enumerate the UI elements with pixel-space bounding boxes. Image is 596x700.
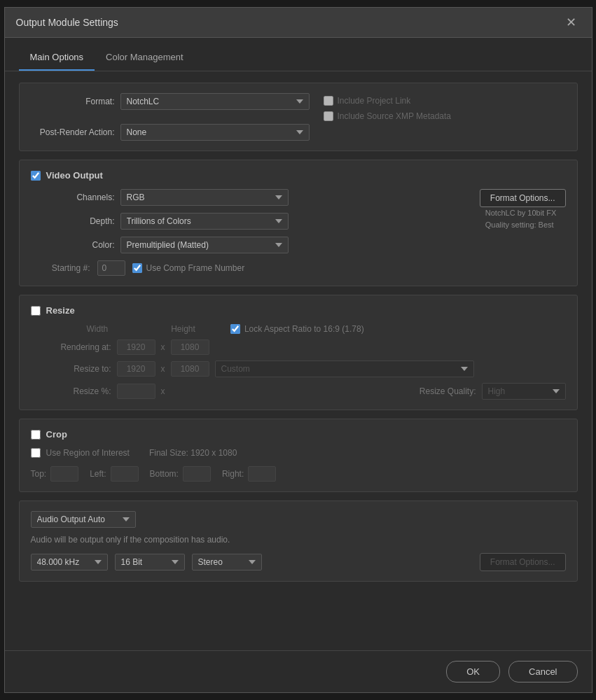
use-comp-frame-label: Use Comp Frame Number bbox=[146, 263, 245, 273]
crop-header: Crop bbox=[31, 429, 566, 440]
crop-section: Crop Use Region of Interest Final Size: … bbox=[19, 419, 578, 492]
audio-stereo-select[interactable]: Stereo bbox=[192, 554, 262, 570]
post-render-label: Post-Render Action: bbox=[31, 127, 115, 137]
depth-select[interactable]: Trillions of Colors bbox=[120, 213, 289, 230]
video-output-label: Video Output bbox=[46, 170, 103, 181]
post-render-select[interactable]: None bbox=[120, 124, 310, 141]
resize-quality-row: Resize Quality: High bbox=[377, 383, 566, 400]
resize-percent-label: Resize %: bbox=[52, 386, 111, 396]
close-button[interactable]: ✕ bbox=[562, 15, 581, 30]
starting-label: Starting #: bbox=[31, 263, 90, 273]
output-module-settings-dialog: Output Module Settings ✕ Main Options Co… bbox=[4, 7, 592, 693]
color-row: Color: Premultiplied (Matted) bbox=[31, 237, 452, 253]
rendering-x-sep: x bbox=[161, 342, 165, 352]
format-options-button[interactable]: Format Options... bbox=[480, 189, 566, 207]
rendering-at-label: Rendering at: bbox=[52, 342, 111, 352]
format-label: Format: bbox=[31, 97, 115, 106]
post-render-row: Post-Render Action: None bbox=[31, 124, 310, 141]
rendering-height-input bbox=[171, 340, 209, 355]
rendering-width-input bbox=[117, 340, 155, 355]
video-output-header: Video Output bbox=[31, 170, 566, 181]
tab-main-options[interactable]: Main Options bbox=[19, 46, 95, 71]
resize-to-width-input bbox=[117, 361, 155, 377]
depth-label: Depth: bbox=[31, 216, 115, 226]
resize-preset-select: Custom bbox=[215, 360, 474, 377]
audio-header-row: Audio Output Auto bbox=[31, 511, 566, 528]
audio-output-select[interactable]: Audio Output Auto bbox=[31, 511, 136, 528]
crop-checkbox[interactable] bbox=[31, 430, 41, 440]
dialog-title: Output Module Settings bbox=[16, 17, 118, 28]
use-region-checkbox[interactable] bbox=[31, 448, 41, 458]
resize-to-x-sep: x bbox=[161, 364, 165, 374]
final-size-label: Final Size: 1920 x 1080 bbox=[149, 448, 237, 458]
color-select[interactable]: Premultiplied (Matted) bbox=[120, 237, 289, 253]
starting-row: Starting #: 0 Use Comp Frame Number bbox=[31, 260, 452, 276]
channels-label: Channels: bbox=[31, 192, 115, 202]
left-coord-group: Left: bbox=[90, 466, 138, 482]
audio-note: Audio will be output only if the composi… bbox=[31, 535, 566, 545]
right-coord-group: Right: bbox=[222, 466, 276, 482]
resize-section: Resize Width Height Lock Aspect Ratio to… bbox=[19, 295, 578, 410]
notchlc-info: NotchLC by 10bit FX Quality setting: Bes… bbox=[485, 207, 557, 230]
include-project-link-row: Include Project Link bbox=[324, 96, 566, 106]
crop-coords: Top: Left: Bottom: Right: bbox=[31, 466, 566, 482]
ok-button[interactable]: OK bbox=[446, 661, 500, 682]
audio-khz-select[interactable]: 48.000 kHz bbox=[31, 554, 108, 570]
right-label: Right: bbox=[222, 469, 244, 479]
include-project-link-checkbox[interactable] bbox=[324, 96, 333, 106]
lock-aspect-checkbox[interactable] bbox=[230, 324, 240, 334]
starting-input[interactable]: 0 bbox=[97, 260, 125, 276]
left-label: Left: bbox=[90, 469, 106, 479]
resize-percent-x-sep: x bbox=[161, 386, 165, 396]
video-output-right-col: Format Options... NotchLC by 10bit FX Qu… bbox=[480, 189, 566, 230]
notchlc-info-line2: Quality setting: Best bbox=[485, 219, 557, 231]
resize-percent-x-input bbox=[117, 384, 155, 399]
resize-checkbox[interactable] bbox=[31, 306, 41, 316]
right-input bbox=[248, 466, 276, 482]
use-comp-row: Use Comp Frame Number bbox=[132, 263, 245, 273]
top-input bbox=[50, 466, 78, 482]
video-output-checkbox[interactable] bbox=[31, 171, 41, 181]
color-label: Color: bbox=[31, 240, 115, 250]
format-left-col: Format: NotchLC Post-Render Action: None bbox=[31, 93, 310, 141]
channels-select[interactable]: RGB bbox=[120, 189, 289, 206]
lock-aspect-label: Lock Aspect Ratio to 16:9 (1.78) bbox=[244, 324, 364, 334]
format-section: Format: NotchLC Post-Render Action: None bbox=[19, 83, 578, 151]
bottom-label: Bottom: bbox=[150, 469, 179, 479]
resize-to-height-input bbox=[171, 361, 209, 377]
footer: OK Cancel bbox=[5, 650, 592, 692]
title-bar: Output Module Settings ✕ bbox=[5, 8, 592, 38]
top-label: Top: bbox=[31, 469, 47, 479]
format-row: Format: NotchLC bbox=[31, 93, 310, 110]
include-source-xmp-checkbox[interactable] bbox=[324, 111, 333, 121]
audio-bit-select[interactable]: 16 Bit bbox=[115, 554, 185, 570]
resize-header: Resize bbox=[31, 305, 566, 316]
main-content: Format: NotchLC Post-Render Action: None bbox=[5, 71, 592, 650]
height-col-label: Height bbox=[171, 324, 195, 334]
audio-controls-row: 48.000 kHz 16 Bit Stereo Format Options.… bbox=[31, 553, 566, 571]
use-comp-frame-checkbox[interactable] bbox=[132, 263, 142, 273]
format-select[interactable]: NotchLC bbox=[120, 93, 310, 110]
include-project-link-label: Include Project Link bbox=[338, 96, 411, 106]
left-input bbox=[111, 466, 139, 482]
cancel-button[interactable]: Cancel bbox=[508, 661, 577, 682]
include-source-xmp-row: Include Source XMP Metadata bbox=[324, 111, 566, 121]
resize-label: Resize bbox=[46, 305, 75, 316]
channels-row: Channels: RGB bbox=[31, 189, 452, 206]
resize-quality-label: Resize Quality: bbox=[420, 386, 476, 396]
video-output-section: Video Output Channels: RGB Depth: Trilli… bbox=[19, 160, 578, 286]
audio-section: Audio Output Auto Audio will be output o… bbox=[19, 500, 578, 582]
bottom-input bbox=[183, 466, 211, 482]
include-source-xmp-label: Include Source XMP Metadata bbox=[338, 111, 452, 121]
use-region-row: Use Region of Interest Final Size: 1920 … bbox=[31, 448, 566, 458]
tab-bar: Main Options Color Management bbox=[5, 38, 592, 71]
format-right-col: Include Project Link Include Source XMP … bbox=[324, 96, 566, 141]
depth-row: Depth: Trillions of Colors bbox=[31, 213, 452, 230]
resize-quality-select: High bbox=[482, 383, 566, 400]
top-coord-group: Top: bbox=[31, 466, 79, 482]
width-col-label: Width bbox=[87, 324, 109, 334]
notchlc-info-line1: NotchLC by 10bit FX bbox=[485, 207, 557, 219]
tab-color-management[interactable]: Color Management bbox=[95, 46, 195, 71]
crop-label: Crop bbox=[46, 429, 67, 440]
bottom-coord-group: Bottom: bbox=[150, 466, 211, 482]
